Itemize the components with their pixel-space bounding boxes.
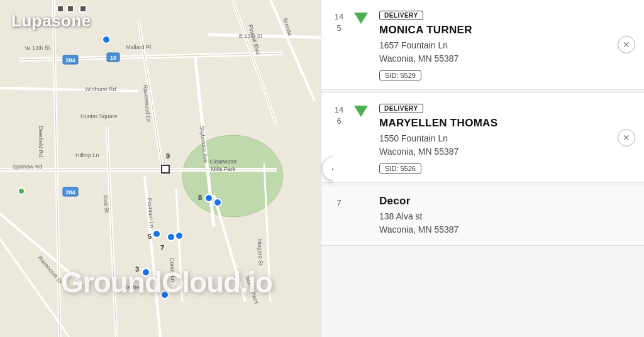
stop-num-top-1: 14 — [335, 11, 343, 23]
svg-text:9: 9 — [166, 152, 170, 160]
nav-arrow-icon: ‹› — [331, 163, 333, 174]
stop-numbers-1: 14 5 — [331, 9, 347, 34]
svg-text:10: 10 — [110, 55, 116, 61]
map-pin — [175, 231, 184, 240]
close-icon-2: ✕ — [623, 133, 630, 143]
svg-text:8: 8 — [198, 194, 202, 201]
svg-text:E 13th St: E 13th St — [239, 33, 263, 39]
card-icon-1 — [354, 9, 372, 24]
deliveries-panel: 14 5 DELIVERY MONICA TURNER 1657 Fountai… — [321, 0, 644, 337]
svg-text:Mills Park: Mills Park — [211, 166, 236, 172]
svg-point-1 — [182, 135, 283, 217]
app-logo: Lupasone — [11, 11, 91, 31]
address-line2-1: Waconia, MN 55387 — [379, 52, 634, 65]
svg-text:Hunter Square: Hunter Square — [80, 113, 118, 119]
customer-name-1: MONICA TURNER — [379, 24, 634, 36]
close-button-2[interactable]: ✕ — [618, 129, 635, 146]
address-line1-2: 1550 Fountain Ln — [379, 132, 634, 145]
delivery-badge-1: DELIVERY — [379, 11, 423, 20]
customer-name-3: Decor — [379, 195, 634, 207]
stop-num-bot-2: 6 — [336, 116, 341, 127]
map-container: 284 284 10 W 13th St Mallard Pl Widhurst… — [0, 0, 333, 337]
delivery-badge-2: DELIVERY — [379, 104, 423, 113]
svg-text:Mallard Pl: Mallard Pl — [126, 44, 151, 50]
map-pin-green — [18, 187, 25, 195]
address-line1-3: 138 Alva st — [379, 210, 634, 223]
delivery-card-3: 7 Decor 138 Alva st Waconia, MN 55387 — [321, 186, 644, 246]
svg-text:Clearwater: Clearwater — [209, 158, 237, 165]
map-pin — [167, 233, 175, 241]
map-pin — [204, 194, 213, 202]
address-line2-3: Waconia, MN 55387 — [379, 223, 634, 236]
card-icon-2 — [354, 102, 372, 117]
svg-text:284: 284 — [65, 57, 75, 64]
map-pin — [102, 35, 111, 44]
close-icon-1: ✕ — [623, 40, 630, 50]
svg-text:284: 284 — [65, 189, 75, 196]
svg-text:Hilltop Ln: Hilltop Ln — [75, 152, 99, 158]
triangle-icon-1 — [354, 13, 368, 24]
delivery-card-2: 14 6 DELIVERY MARYELLEN THOMAS 1550 Foun… — [321, 93, 644, 183]
map-pin — [213, 198, 222, 207]
triangle-icon-2 — [354, 106, 368, 117]
stop-numbers-2: 14 6 — [331, 102, 347, 127]
map-pin — [152, 229, 161, 238]
stop-num-3: 7 — [336, 197, 341, 209]
placeholder-icon-3 — [354, 197, 367, 210]
svg-text:W 13th St: W 13th St — [25, 45, 50, 52]
stop-num-bot-1: 5 — [336, 23, 341, 34]
card-content-3: Decor 138 Alva st Waconia, MN 55387 — [379, 195, 634, 236]
sid-badge-1: SID: 5529 — [379, 70, 421, 80]
customer-name-2: MARYELLEN THOMAS — [379, 117, 634, 130]
svg-text:Deerfield Rd: Deerfield Rd — [38, 126, 44, 157]
svg-text:Niagara St: Niagara St — [257, 239, 264, 266]
delivery-card-1: 14 5 DELIVERY MONICA TURNER 1657 Fountai… — [321, 0, 644, 90]
watermark: GroundCloud.io — [0, 265, 333, 299]
svg-text:7: 7 — [160, 244, 164, 251]
svg-text:Widhurst Rd: Widhurst Rd — [85, 86, 116, 92]
card-content-1: DELIVERY MONICA TURNER 1657 Fountain Ln … — [379, 9, 634, 80]
stop-numbers-3: 7 — [331, 195, 347, 209]
close-button-1[interactable]: ✕ — [618, 36, 635, 53]
stop-num-top-2: 14 — [335, 104, 343, 116]
svg-text:Sparrow Rd: Sparrow Rd — [13, 163, 43, 170]
svg-text:5: 5 — [148, 233, 152, 240]
map-pin-square — [161, 165, 170, 174]
card-content-2: DELIVERY MARYELLEN THOMAS 1550 Fountain … — [379, 102, 634, 174]
card-icon-3 — [354, 195, 372, 210]
address-line1-1: 1657 Fountain Ln — [379, 39, 634, 52]
sid-badge-2: SID: 5526 — [379, 163, 421, 174]
address-line2-2: Waconia, MN 55387 — [379, 145, 634, 158]
